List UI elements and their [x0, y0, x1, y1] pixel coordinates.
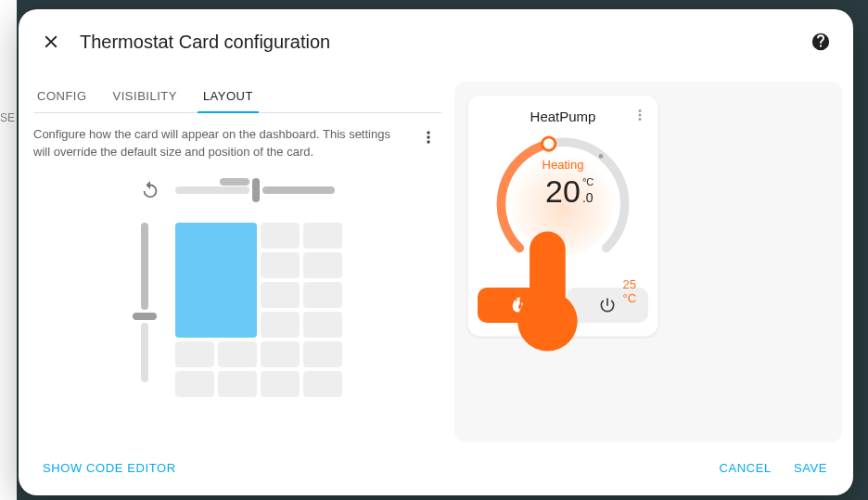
- reset-icon: [140, 180, 160, 200]
- card-config-dialog: Thermostat Card configuration CONFIG VIS…: [19, 9, 853, 495]
- dots-vertical-icon: [632, 107, 648, 123]
- grid-cell[interactable]: [303, 371, 342, 397]
- current-temperature: 25 °C: [476, 216, 651, 366]
- width-slider[interactable]: [175, 178, 335, 202]
- more-options-button[interactable]: [415, 124, 441, 153]
- grid-cell[interactable]: [261, 282, 300, 308]
- thermostat-card: HeatPump: [467, 95, 658, 337]
- config-pane: CONFIG VISIBILITY LAYOUT Configure how t…: [33, 82, 441, 442]
- grid-cell[interactable]: [303, 341, 342, 367]
- slider-fill: [220, 178, 249, 186]
- dial[interactable]: Heating 20 °C .0 25 °C: [478, 126, 648, 276]
- dialog-body: CONFIG VISIBILITY LAYOUT Configure how t…: [19, 67, 853, 442]
- grid-cell[interactable]: [261, 371, 300, 397]
- target-temperature: 20 °C .0: [545, 175, 581, 207]
- grid-cell[interactable]: [261, 341, 300, 367]
- dial-readout: Heating 20 °C .0 25 °C: [484, 158, 642, 366]
- svg-point-1: [542, 137, 555, 150]
- size-grid[interactable]: [175, 223, 342, 397]
- cancel-button[interactable]: CANCEL: [716, 455, 775, 481]
- dialog-header: Thermostat Card configuration: [19, 9, 853, 67]
- card-menu-button[interactable]: [632, 107, 648, 126]
- slider-track: [141, 323, 148, 382]
- tab-visibility[interactable]: VISIBILITY: [113, 82, 177, 112]
- reset-button[interactable]: [140, 180, 160, 200]
- tabs: CONFIG VISIBILITY LAYOUT: [33, 82, 441, 113]
- grid-cell[interactable]: [303, 282, 342, 308]
- grid-cell[interactable]: [261, 252, 300, 278]
- close-icon: [41, 32, 61, 52]
- save-button[interactable]: SAVE: [790, 455, 831, 481]
- preview-pane: HeatPump: [454, 82, 842, 442]
- target-unit: °C: [582, 177, 594, 187]
- dots-vertical-icon: [419, 128, 438, 147]
- height-slider[interactable]: [133, 223, 157, 390]
- grid-cell[interactable]: [303, 223, 342, 249]
- target-int: 20: [545, 173, 581, 209]
- card-title: HeatPump: [530, 109, 596, 124]
- width-controls: [140, 178, 335, 202]
- grid-cell[interactable]: [261, 312, 300, 338]
- help-icon: [811, 32, 831, 52]
- hvac-status: Heating: [542, 158, 584, 172]
- slider-thumb[interactable]: [133, 313, 157, 320]
- slider-track: [262, 186, 335, 194]
- slider-track: [175, 186, 249, 194]
- grid-cell[interactable]: [175, 371, 214, 397]
- dialog-footer: SHOW CODE EDITOR CANCEL SAVE: [19, 442, 853, 495]
- tab-config[interactable]: CONFIG: [37, 82, 87, 112]
- grid-cell[interactable]: [218, 371, 257, 397]
- slider-track: [141, 223, 148, 310]
- slider-thumb[interactable]: [252, 178, 260, 202]
- layout-section: Configure how the card will appear on th…: [33, 113, 441, 161]
- grid-cell[interactable]: [218, 341, 257, 367]
- layout-description: Configure how the card will appear on th…: [33, 126, 415, 161]
- grid-cell[interactable]: [303, 312, 342, 338]
- help-button[interactable]: [811, 32, 831, 52]
- tab-layout[interactable]: LAYOUT: [203, 82, 253, 112]
- close-button[interactable]: [37, 28, 65, 56]
- layout-editor: [33, 178, 441, 397]
- selected-area[interactable]: [175, 223, 257, 338]
- grid-controls: [133, 223, 342, 397]
- target-decimal: .0: [582, 191, 594, 204]
- current-value: 25 °C: [623, 277, 651, 305]
- dialog-title: Thermostat Card configuration: [80, 32, 811, 53]
- grid-cell[interactable]: [303, 252, 342, 278]
- obscured-background: SE: [0, 0, 17, 500]
- show-code-editor-button[interactable]: SHOW CODE EDITOR: [39, 455, 180, 481]
- grid-cell[interactable]: [175, 341, 214, 367]
- thermometer-icon: [476, 216, 619, 366]
- grid-cell[interactable]: [261, 223, 300, 249]
- card-header: HeatPump: [478, 109, 648, 124]
